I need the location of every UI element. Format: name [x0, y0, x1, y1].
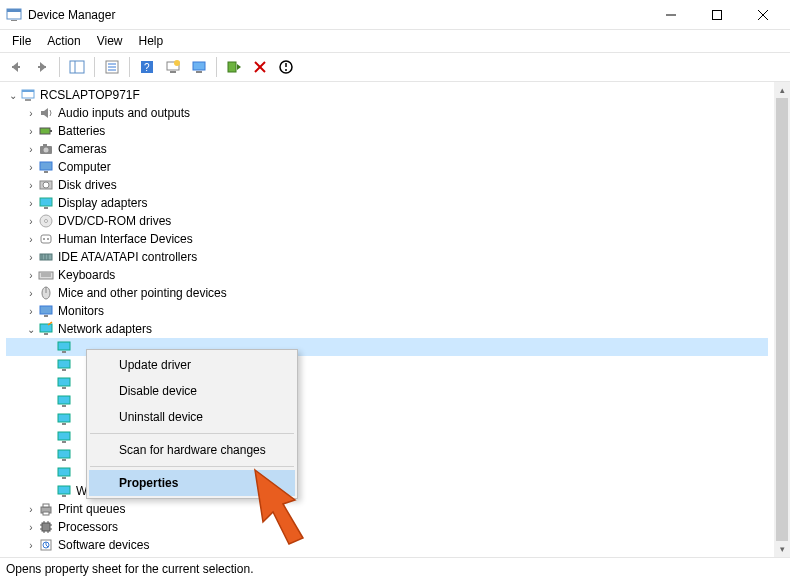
chevron-icon[interactable]: › [24, 216, 38, 227]
tree-category[interactable]: ›Disk drives [6, 176, 768, 194]
chevron-icon[interactable]: › [24, 252, 38, 263]
tree-category[interactable]: ›Software devices [6, 536, 768, 554]
tree-category[interactable]: ›Cameras [6, 140, 768, 158]
chevron-icon[interactable]: ⌄ [24, 324, 38, 335]
chevron-icon[interactable]: › [24, 306, 38, 317]
svg-rect-32 [50, 130, 52, 132]
forward-button[interactable] [30, 55, 54, 79]
chevron-icon[interactable]: › [24, 234, 38, 245]
window-title: Device Manager [28, 8, 648, 22]
ide-icon [38, 249, 54, 265]
svg-text:?: ? [144, 62, 150, 73]
svg-point-39 [43, 182, 49, 188]
netchild-icon [56, 357, 72, 373]
svg-rect-75 [62, 477, 66, 479]
tree-category[interactable]: ›Monitors [6, 302, 768, 320]
ctx-scan-hardware[interactable]: Scan for hardware changes [89, 437, 295, 463]
pc-icon [20, 87, 36, 103]
toolbar-separator [59, 57, 60, 77]
menu-action[interactable]: Action [39, 32, 88, 50]
scroll-down-button[interactable]: ▾ [774, 541, 790, 557]
vertical-scrollbar[interactable]: ▴ ▾ [774, 82, 790, 557]
svg-point-46 [47, 238, 49, 240]
ctx-properties[interactable]: Properties [89, 470, 295, 496]
chevron-icon[interactable]: › [24, 504, 38, 515]
chevron-icon[interactable]: › [24, 162, 38, 173]
tree-category[interactable]: ›Keyboards [6, 266, 768, 284]
chevron-icon[interactable]: › [24, 126, 38, 137]
properties-button[interactable] [100, 55, 124, 79]
scroll-thumb[interactable] [776, 98, 788, 541]
netchild-icon [56, 411, 72, 427]
context-menu: Update driver Disable device Uninstall d… [86, 349, 298, 499]
svg-rect-9 [38, 66, 46, 68]
hid-icon [38, 231, 54, 247]
ctx-update-driver[interactable]: Update driver [89, 352, 295, 378]
ctx-separator [90, 433, 294, 434]
chevron-icon[interactable]: › [24, 180, 38, 191]
tree-category[interactable]: ›Display adapters [6, 194, 768, 212]
uninstall-device-button[interactable] [248, 55, 272, 79]
svg-rect-23 [228, 62, 236, 72]
keyboard-icon [38, 267, 54, 283]
svg-rect-77 [62, 495, 66, 497]
disk-icon [38, 177, 54, 193]
minimize-button[interactable] [648, 0, 694, 30]
menu-file[interactable]: File [4, 32, 39, 50]
printer-icon [38, 501, 54, 517]
toolbar-separator [94, 57, 95, 77]
svg-rect-67 [62, 405, 66, 407]
tree-category[interactable]: ›Print queues [6, 500, 768, 518]
back-button[interactable] [4, 55, 28, 79]
menu-view[interactable]: View [89, 32, 131, 50]
status-bar: Opens property sheet for the current sel… [0, 557, 790, 579]
menubar: File Action View Help [0, 30, 790, 52]
tree-category[interactable]: ›Computer [6, 158, 768, 176]
svg-rect-70 [58, 432, 70, 440]
tree-category[interactable]: ⌄Network adapters [6, 320, 768, 338]
disable-device-button[interactable] [274, 55, 298, 79]
maximize-button[interactable] [694, 0, 740, 30]
tree-category[interactable]: ›Human Interface Devices [6, 230, 768, 248]
tree-label: Print queues [58, 502, 125, 516]
chevron-icon[interactable]: › [24, 108, 38, 119]
tree-category[interactable]: ›Audio inputs and outputs [6, 104, 768, 122]
svg-rect-30 [25, 99, 31, 101]
chevron-icon[interactable]: › [24, 288, 38, 299]
enable-device-button[interactable] [222, 55, 246, 79]
update-driver-button[interactable] [187, 55, 211, 79]
tree-category[interactable]: ›Processors [6, 518, 768, 536]
tree-label: Disk drives [58, 178, 117, 192]
scan-hardware-button[interactable] [161, 55, 185, 79]
tree-label: Computer [58, 160, 111, 174]
tree-category[interactable]: ›IDE ATA/ATAPI controllers [6, 248, 768, 266]
scroll-up-button[interactable]: ▴ [774, 82, 790, 98]
menu-help[interactable]: Help [131, 32, 172, 50]
tree-category[interactable]: ›Batteries [6, 122, 768, 140]
tree-label: Software devices [58, 538, 149, 552]
tree-category[interactable]: ›DVD/CD-ROM drives [6, 212, 768, 230]
chevron-icon[interactable]: › [24, 144, 38, 155]
close-button[interactable] [740, 0, 786, 30]
help-button[interactable]: ? [135, 55, 159, 79]
chevron-icon[interactable]: ⌄ [6, 90, 20, 101]
tree-label: Keyboards [58, 268, 115, 282]
chevron-icon[interactable]: › [24, 522, 38, 533]
ctx-uninstall-device[interactable]: Uninstall device [89, 404, 295, 430]
software-icon [38, 537, 54, 553]
ctx-disable-device[interactable]: Disable device [89, 378, 295, 404]
netchild-icon [56, 447, 72, 463]
svg-point-20 [174, 60, 180, 66]
svg-rect-59 [44, 333, 48, 335]
show-hide-tree-button[interactable] [65, 55, 89, 79]
tree-label: Audio inputs and outputs [58, 106, 190, 120]
tree-category[interactable]: ›Mice and other pointing devices [6, 284, 768, 302]
status-text: Opens property sheet for the current sel… [6, 562, 253, 576]
chevron-icon[interactable]: › [24, 270, 38, 281]
chevron-icon[interactable]: › [24, 540, 38, 551]
netchild-icon [56, 375, 72, 391]
tree-root[interactable]: ⌄RCSLAPTOP971F [6, 86, 768, 104]
svg-point-27 [285, 69, 287, 71]
mouse-icon [38, 285, 54, 301]
chevron-icon[interactable]: › [24, 198, 38, 209]
